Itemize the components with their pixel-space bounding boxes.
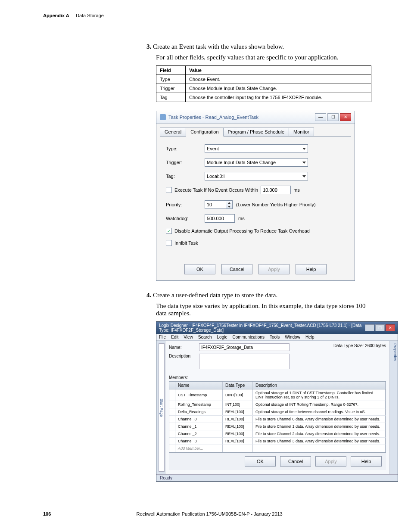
member-desc: File to store Channel 1 data. Array dime… [253,423,386,430]
menu-edit[interactable]: Edit [171,335,178,339]
tag-combo[interactable]: Local:3:I [205,172,308,180]
execute-label: Execute Task If No Event Occurs Within [174,187,258,193]
apply-button[interactable]: Apply [315,456,346,467]
sidebar-start-page[interactable]: Start Page [159,343,165,472]
menu-tools[interactable]: Tools [270,335,280,339]
status-bar: Ready [156,474,398,481]
tab-monitor[interactable]: Monitor [289,128,314,137]
col-name[interactable]: Name [175,382,223,389]
table-row[interactable]: Delta_ReadingsREAL[100]Optional storage … [169,408,386,416]
step-4: 4. Create a user-defined data type to st… [146,292,371,299]
type-label: Type: [166,146,205,151]
cancel-button[interactable]: Cancel [280,456,311,467]
minimize-button[interactable]: — [365,324,374,331]
right-tab-properties[interactable]: Properties [389,341,398,474]
table-row[interactable]: CST_TimestampDINT[100]Optional storage o… [169,389,386,401]
tab-configuration[interactable]: Configuration [186,128,223,137]
table-row: Type Choose Event. [156,75,371,84]
member-name: Channel_2 [175,430,223,437]
add-member-row[interactable]: Add Member... [175,445,223,452]
table-row[interactable]: Channel_0REAL[100]File to store Channel … [169,416,386,423]
trigger-label: Trigger: [166,160,205,165]
tab-schedule[interactable]: Program / Phase Schedule [223,128,289,137]
step-3-sub: For all other fields, specify values tha… [156,54,371,61]
logix-designer-window: Logix Designer - IF4FXOF4F_1756Tester in… [156,321,398,482]
menu-search[interactable]: Search [198,335,212,339]
priority-spinner[interactable] [226,200,233,209]
logix-title: Logix Designer - IF4FXOF4F_1756Tester in… [159,323,365,333]
execute-unit: ms [293,187,300,193]
chevron-down-icon [302,175,306,177]
ok-button[interactable]: OK [184,264,215,274]
table-row[interactable]: Rolling_TimestampINT[100]Optional storag… [169,401,386,408]
member-type: REAL[100] [223,408,253,415]
minimize-button[interactable]: — [315,113,326,121]
help-button[interactable]: Help [351,456,382,467]
task-properties-dialog: Task Properties - Read_Analog_EventTask … [156,111,355,281]
dialog-title: Task Properties - Read_Analog_EventTask [168,115,258,120]
col-field: Field [156,66,186,75]
tag-label: Tag: [166,174,205,179]
watchdog-label: Watchdog: [166,216,205,221]
member-type: REAL[100] [223,416,253,423]
member-name: Rolling_Timestamp [175,401,223,408]
desc-input[interactable] [199,354,290,369]
menu-file[interactable]: File [159,335,166,339]
member-desc: File to store Channel 0 data. Array dime… [253,416,386,423]
inhibit-checkbox[interactable] [166,240,172,246]
member-type: INT[100] [223,401,253,408]
menu-communications[interactable]: Communications [232,335,264,339]
member-type: REAL[100] [223,438,253,445]
member-name: Channel_3 [175,438,223,445]
maximize-button[interactable]: ☐ [327,113,339,121]
member-type: DINT[100] [223,389,253,401]
close-button[interactable]: ✕ [386,324,395,331]
step-4-sub: The data type size varies by application… [156,302,371,317]
tab-general[interactable]: General [160,128,186,137]
left-side-tabs: Start Page [156,341,165,474]
member-name: Delta_Readings [175,408,223,415]
member-type: REAL[100] [223,430,253,437]
member-desc: Optional storage of time between channel… [253,408,386,415]
page-header: Appendix A Data Storage [43,13,104,18]
publication-info: Rockwell Automation Publication 1756-UM0… [137,511,283,516]
desc-label: Description: [169,354,199,358]
table-row[interactable]: Channel_2REAL[100]File to store Channel … [169,430,386,438]
close-button[interactable]: ✕ [340,113,351,121]
step-3: 3. Create an Event task with the values … [146,43,371,50]
col-data-type[interactable]: Data Type [223,382,253,389]
col-description[interactable]: Description [253,382,386,389]
table-row[interactable]: Channel_1REAL[100]File to store Channel … [169,423,386,430]
ok-button[interactable]: OK [245,456,276,467]
members-grid: Name Data Type Description CST_Timestamp… [169,381,386,453]
name-input[interactable]: IF4FXOF2F_Storage_Data [199,343,290,351]
table-row[interactable]: Channel_3REAL[100]File to store Channel … [169,438,386,445]
watchdog-input[interactable]: 500.000 [205,214,235,223]
field-value-table: Field Value Type Choose Event. Trigger C… [156,65,371,102]
menu-help[interactable]: Help [305,335,314,339]
priority-hint: (Lower Number Yields Higher Priority) [236,202,316,207]
table-row: Trigger Choose Module Input Data State C… [156,84,371,93]
col-value: Value [186,66,371,75]
member-name: Channel_0 [175,416,223,423]
menu-logic[interactable]: Logic [217,335,227,339]
apply-button[interactable]: Apply [258,264,290,274]
priority-input[interactable]: 10 [205,200,226,209]
menu-window[interactable]: Window [285,335,300,339]
watchdog-unit: ms [238,216,245,221]
type-combo[interactable]: Event [205,144,308,153]
maximize-button[interactable]: ☐ [375,324,385,331]
member-desc: Optional storage of INT Rolling Timestam… [253,401,386,408]
menu-bar: File Edit View Search Logic Communicatio… [156,334,398,341]
trigger-combo[interactable]: Module Input Data State Change [205,158,308,167]
cancel-button[interactable]: Cancel [221,264,252,274]
menu-view[interactable]: View [184,335,193,339]
app-icon [160,114,166,120]
member-desc: Optional storage of 1 DINT of CST Timest… [253,389,386,401]
chevron-down-icon [302,148,306,150]
help-button[interactable]: Help [296,264,327,274]
disable-auto-checkbox[interactable]: ✓ [166,228,172,234]
execute-checkbox[interactable] [166,187,172,193]
member-desc: File to store Channel 3 data. Array dime… [253,438,386,445]
execute-timeout-input[interactable]: 10.000 [261,186,291,194]
